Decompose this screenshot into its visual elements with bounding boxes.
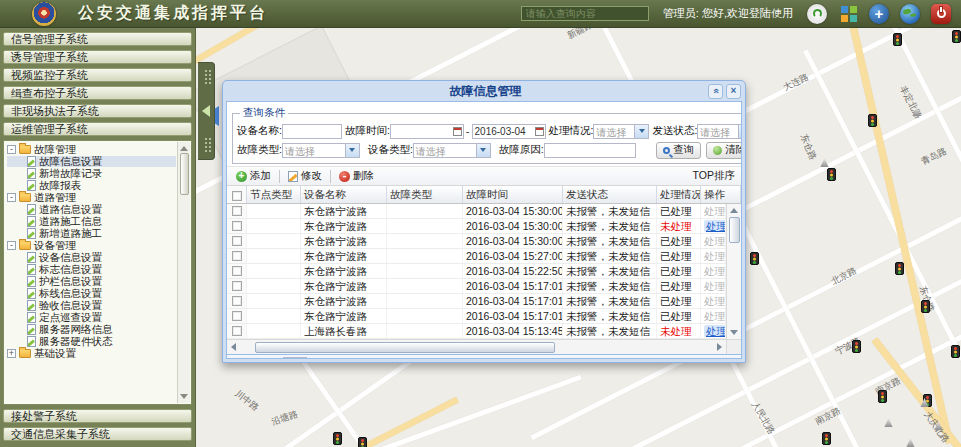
traffic-light-icon[interactable] (868, 114, 877, 127)
traffic-light-icon[interactable] (951, 345, 960, 358)
sidebar-section-guidance[interactable]: 诱导管理子系统 (3, 50, 192, 64)
tree-item[interactable]: 新增故障记录 (7, 168, 176, 179)
handle-link[interactable]: 处理 (704, 205, 725, 217)
select-all-checkbox[interactable] (232, 191, 242, 201)
traffic-light-icon[interactable] (893, 33, 902, 46)
tree-item[interactable]: 验收信息设置 (7, 300, 176, 311)
sidebar-section-investigation[interactable]: 缉查布控子系统 (3, 86, 192, 100)
sidebar-collapse-handle[interactable] (198, 62, 215, 160)
window-titlebar[interactable]: 故障信息管理 « × (223, 81, 745, 101)
col-send-status[interactable]: 发送状态 (563, 186, 657, 203)
collapse-toggle-icon[interactable]: - (7, 193, 16, 202)
refresh-icon[interactable] (807, 4, 827, 24)
row-checkbox[interactable] (232, 206, 242, 216)
row-checkbox[interactable] (232, 221, 242, 231)
col-fault-type[interactable]: 故障类型 (387, 186, 463, 203)
tree-item[interactable]: 标志信息设置 (7, 264, 176, 275)
camera-icon[interactable] (906, 438, 915, 447)
grid-vscrollbar[interactable] (726, 204, 741, 339)
traffic-light-icon[interactable] (878, 390, 887, 403)
row-checkbox[interactable] (232, 236, 242, 246)
collapse-toggle-icon[interactable]: - (7, 145, 16, 154)
table-row[interactable]: 东仓路宁波路 2016-03-04 15:30:00 未报警，未发短信 未处理 … (227, 219, 726, 234)
device-type-select[interactable]: 请选择 (413, 143, 491, 158)
scroll-left-icon[interactable] (231, 343, 236, 351)
scroll-down-icon[interactable] (730, 330, 738, 335)
col-node-type[interactable]: 节点类型 (247, 186, 301, 203)
row-checkbox[interactable] (232, 266, 242, 276)
col-fault-time[interactable]: 故障时间 (463, 186, 563, 203)
handle-link[interactable]: 处理 (704, 265, 725, 277)
tree-item[interactable]: 道路施工信息 (7, 216, 176, 227)
handle-link[interactable]: 处理 (704, 235, 725, 247)
col-device-name[interactable]: 设备名称 (301, 186, 387, 203)
row-checkbox[interactable] (232, 311, 242, 321)
sidebar-section-video[interactable]: 视频监控子系统 (3, 68, 192, 82)
traffic-light-icon[interactable] (750, 252, 759, 265)
query-button[interactable]: 查询 (656, 142, 701, 159)
tree-item[interactable]: 标线信息设置 (7, 288, 176, 299)
scroll-thumb[interactable] (729, 217, 740, 243)
device-name-input[interactable] (282, 124, 342, 139)
tree-item[interactable]: 服务器硬件状态 (7, 336, 176, 347)
page-number-input[interactable] (283, 357, 307, 359)
row-checkbox[interactable] (232, 296, 242, 306)
tree-item[interactable]: +基础设置 (7, 348, 176, 359)
sidebar-section-offsite[interactable]: 非现场执法子系统 (3, 104, 192, 118)
apps-grid-icon[interactable] (838, 4, 858, 24)
tree-item[interactable]: -道路管理 (7, 192, 176, 203)
tree-scrollbar[interactable] (177, 142, 190, 403)
delete-button[interactable]: -删除 (336, 168, 377, 184)
traffic-light-icon[interactable] (952, 30, 961, 43)
add-icon[interactable]: + (869, 4, 889, 24)
tree-item[interactable]: 设备信息设置 (7, 252, 176, 263)
traffic-light-icon[interactable] (852, 340, 861, 353)
table-row[interactable]: 东仓路宁波路 2016-03-04 15:17:01 未报警，未发短信 已处理 … (227, 279, 726, 294)
grid-hscrollbar[interactable] (227, 339, 726, 354)
tree-item-selected[interactable]: 故障信息设置 (7, 156, 176, 167)
tree-item[interactable]: 护栏信息设置 (7, 276, 176, 287)
handle-link[interactable]: 处理 (704, 310, 725, 322)
calendar-icon[interactable] (453, 127, 462, 136)
traffic-light-icon[interactable] (827, 168, 836, 181)
scroll-up-icon[interactable] (730, 208, 738, 213)
camera-icon[interactable] (884, 418, 893, 427)
tree-item[interactable]: 定点巡查设置 (7, 312, 176, 323)
close-button[interactable]: × (726, 84, 741, 99)
table-row[interactable]: 东仓路宁波路 2016-03-04 15:22:50 未报警，未发短信 已处理 … (227, 264, 726, 279)
col-handle-status[interactable]: 处理情况 (657, 186, 701, 203)
scroll-down-icon[interactable] (180, 394, 188, 399)
handle-link[interactable]: 处理 (704, 325, 726, 337)
tree-item[interactable]: -设备管理 (7, 240, 176, 251)
tree-item[interactable]: 道路信息设置 (7, 204, 176, 215)
handle-link[interactable]: 处理 (704, 280, 725, 292)
table-row[interactable]: 上海路长春路 2016-03-04 15:13:45 未报警，未发短信 未处理 … (227, 324, 726, 339)
expand-toggle-icon[interactable]: + (7, 349, 16, 358)
scroll-thumb[interactable] (180, 153, 189, 195)
table-row[interactable]: 东仓路宁波路 2016-03-04 15:17:01 未报警，未发短信 已处理 … (227, 309, 726, 324)
logout-power-icon[interactable] (931, 4, 951, 24)
scroll-right-icon[interactable] (717, 343, 722, 351)
handle-link[interactable]: 处理 (704, 295, 725, 307)
add-button[interactable]: +添加 (233, 168, 274, 184)
calendar-icon[interactable] (535, 127, 544, 136)
row-checkbox[interactable] (232, 251, 242, 261)
global-search-input[interactable] (521, 6, 649, 21)
table-row[interactable]: 东仓路宁波路 2016-03-04 15:27:00 未报警，未发短信 已处理 … (227, 249, 726, 264)
fault-reason-input[interactable] (544, 143, 636, 158)
traffic-light-icon[interactable] (921, 300, 930, 313)
tree-item[interactable]: -故障管理 (7, 144, 176, 155)
collapse-toggle-icon[interactable]: - (7, 241, 16, 250)
tree-item[interactable]: 故障报表 (7, 180, 176, 191)
row-checkbox[interactable] (232, 326, 242, 336)
sidebar-section-signal[interactable]: 信号管理子系统 (3, 32, 192, 46)
row-checkbox[interactable] (232, 281, 242, 291)
scroll-thumb[interactable] (255, 342, 555, 353)
traffic-light-icon[interactable] (358, 437, 367, 447)
col-operation[interactable]: 操作 (701, 186, 741, 203)
edit-button[interactable]: 修改 (285, 168, 325, 184)
table-row[interactable]: 东仓路宁波路 2016-03-04 15:30:00 未报警，未发短信 已处理 … (227, 204, 726, 219)
map-globe-icon[interactable] (900, 4, 920, 24)
table-row[interactable]: 东仓路宁波路 2016-03-04 15:17:01 未报警，未发短信 已处理 … (227, 294, 726, 309)
tree-item[interactable]: 服务器网络信息 (7, 324, 176, 335)
